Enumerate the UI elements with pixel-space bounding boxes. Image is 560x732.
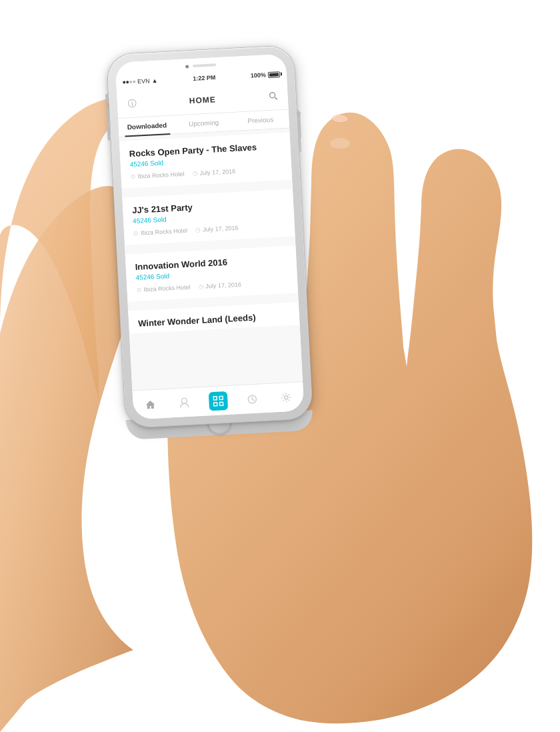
event-venue-3: ⊙ Ibiza Rocks Hotel bbox=[136, 284, 190, 293]
calendar-icon-2: ◷ bbox=[195, 227, 201, 233]
battery-label: 100% bbox=[251, 71, 267, 79]
event-date-2: ◷ July 17, 2016 bbox=[195, 225, 239, 233]
tab-upcoming[interactable]: Upcoming bbox=[175, 113, 233, 133]
status-left: EVN ▲ bbox=[123, 77, 158, 86]
volume-up-button bbox=[106, 109, 109, 122]
event-date-3: ◷ July 17, 2016 bbox=[198, 281, 241, 290]
history-icon bbox=[245, 391, 260, 407]
event-card-1[interactable]: Rocks Open Party - The Slaves 45246 Sold… bbox=[119, 133, 292, 189]
svg-rect-14 bbox=[220, 402, 223, 405]
calendar-icon-1: ◷ bbox=[192, 170, 198, 177]
tab-previous[interactable]: Previous bbox=[231, 110, 289, 131]
location-icon-3: ⊙ bbox=[136, 286, 142, 293]
event-venue-2: ⊙ Ibiza Rocks Hotel bbox=[133, 227, 187, 237]
status-time: 1:22 PM bbox=[193, 74, 215, 82]
wifi-icon: ▲ bbox=[151, 77, 157, 84]
volume-down-button bbox=[107, 127, 111, 141]
bottom-tab-scan[interactable] bbox=[201, 391, 236, 411]
event-meta-3: ⊙ Ibiza Rocks Hotel ◷ July 17, 2016 bbox=[136, 279, 288, 293]
calendar-icon-3: ◷ bbox=[198, 283, 204, 290]
event-date-1: ◷ July 17, 2016 bbox=[192, 168, 235, 177]
event-card-2[interactable]: JJ's 21st Party 45246 Sold ⊙ Ibiza Rocks… bbox=[122, 189, 295, 245]
phone-screen: EVN ▲ 1:22 PM 100% ⓘ HOME bbox=[115, 54, 305, 420]
svg-point-10 bbox=[181, 398, 187, 403]
status-right: 100% bbox=[251, 71, 280, 79]
search-icon[interactable] bbox=[267, 91, 279, 102]
location-icon-2: ⊙ bbox=[133, 230, 139, 237]
event-card-3[interactable]: Innovation World 2016 45246 Sold ⊙ Ibiza… bbox=[125, 245, 298, 301]
nav-title: HOME bbox=[189, 95, 216, 105]
signal-dots bbox=[123, 81, 135, 84]
battery-fill bbox=[269, 73, 279, 77]
front-camera bbox=[185, 65, 189, 68]
event-venue-1: ⊙ Ibiza Rocks Hotel bbox=[130, 171, 184, 180]
full-scene: EVN ▲ 1:22 PM 100% ⓘ HOME bbox=[0, 0, 560, 732]
signal-dot-3 bbox=[129, 81, 132, 83]
location-icon-1: ⊙ bbox=[130, 173, 136, 180]
tab-downloaded[interactable]: Downloaded bbox=[118, 115, 176, 136]
signal-dot-2 bbox=[126, 81, 129, 83]
signal-dot-1 bbox=[123, 81, 125, 83]
speaker bbox=[193, 63, 216, 67]
svg-point-16 bbox=[285, 395, 288, 399]
svg-rect-13 bbox=[214, 402, 217, 405]
phone-shell: EVN ▲ 1:22 PM 100% ⓘ HOME bbox=[107, 45, 313, 428]
profile-icon bbox=[177, 395, 192, 410]
scan-icon bbox=[209, 391, 228, 410]
events-list: Rocks Open Party - The Slaves 45246 Sold… bbox=[119, 129, 303, 391]
bottom-tab-profile[interactable] bbox=[167, 395, 201, 411]
settings-icon bbox=[279, 389, 294, 405]
home-icon bbox=[143, 397, 158, 412]
info-icon[interactable]: ⓘ bbox=[127, 98, 138, 109]
event-meta-2: ⊙ Ibiza Rocks Hotel ◷ July 17, 2016 bbox=[133, 222, 285, 237]
svg-line-9 bbox=[275, 97, 277, 100]
signal-dot-4 bbox=[133, 81, 135, 83]
svg-rect-12 bbox=[219, 396, 223, 399]
bottom-tab-settings[interactable] bbox=[269, 389, 304, 405]
event-name-4: Winter Wonder Land (Leeds) bbox=[138, 311, 290, 329]
event-meta-1: ⊙ Ibiza Rocks Hotel ◷ July 17, 2016 bbox=[130, 165, 282, 180]
battery-icon bbox=[268, 71, 280, 78]
mute-button bbox=[105, 94, 109, 103]
bottom-tab-home[interactable] bbox=[133, 396, 167, 413]
carrier-label: EVN bbox=[137, 77, 150, 85]
svg-rect-11 bbox=[213, 396, 217, 399]
bottom-tab-history[interactable] bbox=[235, 391, 269, 407]
phone-container: EVN ▲ 1:22 PM 100% ⓘ HOME bbox=[107, 45, 313, 440]
svg-point-8 bbox=[269, 93, 275, 98]
